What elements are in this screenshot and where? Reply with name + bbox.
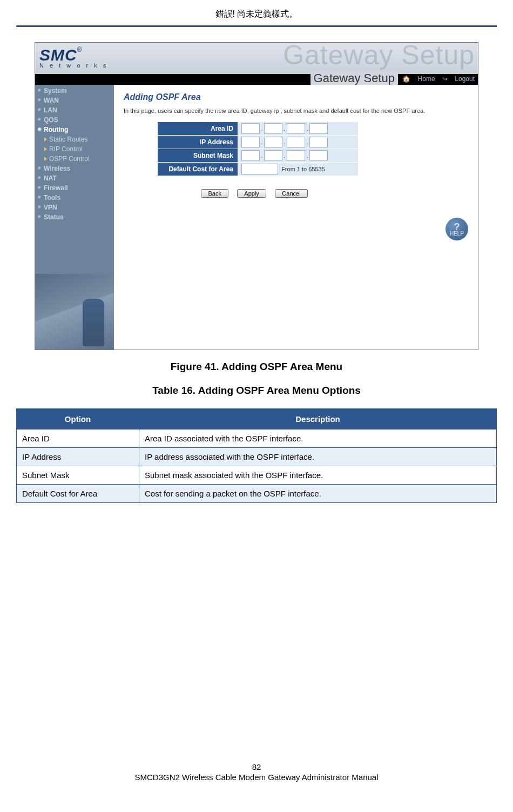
nav-item-qos[interactable]: QOS [35, 115, 114, 125]
bullet-icon [38, 205, 42, 209]
apply-button[interactable]: Apply [237, 189, 266, 198]
bullet-icon [38, 166, 42, 170]
opt-cell: Subnet Mask [17, 466, 139, 485]
nav-item-rip-control[interactable]: RIP Control [35, 144, 114, 154]
screenshot-main-panel: Adding OSPF Area In this page, users can… [114, 85, 478, 350]
desc-cell: Subnet mask associated with the OSPF int… [139, 466, 497, 485]
banner-ghost-title: Gateway Setup [283, 43, 475, 71]
panel-title: Adding OSPF Area [124, 92, 468, 102]
area-id-octet-1[interactable] [241, 123, 260, 134]
opt-cell: Area ID [17, 430, 139, 448]
bullet-icon [38, 98, 42, 102]
logo-subtext: N e t w o r k s [39, 62, 108, 69]
ip-octet-4[interactable] [309, 137, 328, 147]
header-rule [16, 25, 497, 27]
page-number: 82 [16, 762, 497, 771]
logo-text: SMC [39, 46, 77, 64]
smc-logo: SMC® N e t w o r k s [39, 46, 108, 69]
bullet-icon [38, 186, 42, 190]
nav-item-vpn[interactable]: VPN [35, 203, 114, 212]
mask-octet-4[interactable] [309, 150, 328, 161]
bullet-icon [38, 215, 42, 219]
triangle-icon [44, 137, 47, 142]
help-label: HELP [450, 231, 464, 237]
bullet-icon [38, 118, 42, 122]
nav-item-static-routes[interactable]: Static Routes [35, 135, 114, 144]
label-area-id: Area ID [158, 122, 238, 136]
nav-item-system[interactable]: System [35, 86, 114, 96]
logo-registered: ® [77, 46, 82, 53]
nav-item-nat[interactable]: NAT [35, 173, 114, 183]
nav-item-wan[interactable]: WAN [35, 96, 114, 105]
area-id-octet-2[interactable] [264, 123, 282, 134]
options-header-description: Description [139, 409, 497, 430]
bullet-icon [38, 127, 42, 131]
logout-link[interactable]: ↪ Logout [442, 75, 475, 83]
cancel-button[interactable]: Cancel [275, 189, 307, 198]
nav-item-firewall[interactable]: Firewall [35, 183, 114, 193]
mask-octet-3[interactable] [287, 150, 305, 161]
person-silhouette [83, 299, 104, 346]
area-id-octet-4[interactable] [309, 123, 328, 134]
sidebar-nav: System WAN LAN QOS Routing Static Routes… [35, 85, 114, 350]
home-link[interactable]: 🏠 Home [402, 75, 435, 83]
options-header-option: Option [17, 409, 139, 430]
bullet-icon [38, 108, 42, 112]
area-id-octet-3[interactable] [287, 123, 305, 134]
mask-octet-2[interactable] [264, 150, 282, 161]
nav-item-status[interactable]: Status [35, 212, 114, 222]
table-caption: Table 16. Adding OSPF Area Menu Options [16, 385, 497, 397]
desc-cell: Cost for sending a packet on the OSPF in… [139, 485, 497, 503]
top-black-bar: Gateway Setup 🏠 Home ↪ Logout [35, 74, 478, 85]
nav-item-ospf-control[interactable]: OSPF Control [35, 154, 114, 164]
cost-hint-text: From 1 to 65535 [281, 166, 325, 172]
sidebar-decorative-image [35, 274, 114, 350]
document-header-error: 錯誤! 尚未定義樣式。 [16, 5, 497, 23]
label-default-cost: Default Cost for Area [158, 163, 238, 176]
default-cost-input[interactable] [241, 164, 278, 175]
screenshot-banner: SMC® N e t w o r k s Gateway Setup [35, 43, 478, 74]
opt-cell: IP Address [17, 448, 139, 466]
label-ip-address: IP Address [158, 136, 238, 149]
figure-caption: Figure 41. Adding OSPF Area Menu [16, 361, 497, 373]
ip-octet-1[interactable] [241, 137, 260, 147]
bullet-icon [38, 89, 42, 92]
nav-item-wireless[interactable]: Wireless [35, 164, 114, 173]
nav-item-tools[interactable]: Tools [35, 193, 114, 203]
question-mark-icon: ? [454, 222, 460, 232]
desc-cell: Area ID associated with the OSPF interfa… [139, 430, 497, 448]
bullet-icon [38, 196, 42, 199]
table-row: Area ID Area ID associated with the OSPF… [17, 430, 497, 448]
desc-cell: IP address associated with the OSPF inte… [139, 448, 497, 466]
nav-item-lan[interactable]: LAN [35, 105, 114, 115]
ip-octet-2[interactable] [264, 137, 282, 147]
panel-intro-text: In this page, users can specify the new … [124, 108, 468, 114]
footer-text: SMCD3GN2 Wireless Cable Modem Gateway Ad… [16, 773, 497, 782]
ospf-form-table: Area ID ... IP Address ... Subnet Mask [157, 122, 359, 176]
bullet-icon [38, 176, 42, 180]
gateway-setup-label: Gateway Setup [310, 72, 398, 85]
mask-octet-1[interactable] [241, 150, 260, 161]
label-subnet-mask: Subnet Mask [158, 149, 238, 163]
nav-item-routing[interactable]: Routing [35, 125, 114, 135]
triangle-icon [44, 147, 47, 151]
back-button[interactable]: Back [201, 189, 228, 198]
table-row: Default Cost for Area Cost for sending a… [17, 485, 497, 503]
triangle-icon [44, 157, 47, 161]
screenshot-frame: SMC® N e t w o r k s Gateway Setup Gatew… [35, 42, 478, 350]
help-badge[interactable]: ? HELP [446, 218, 468, 240]
ip-octet-3[interactable] [287, 137, 305, 147]
options-table: Option Description Area ID Area ID assoc… [16, 408, 497, 503]
table-row: IP Address IP address associated with th… [17, 448, 497, 466]
table-row: Subnet Mask Subnet mask associated with … [17, 466, 497, 485]
opt-cell: Default Cost for Area [17, 485, 139, 503]
